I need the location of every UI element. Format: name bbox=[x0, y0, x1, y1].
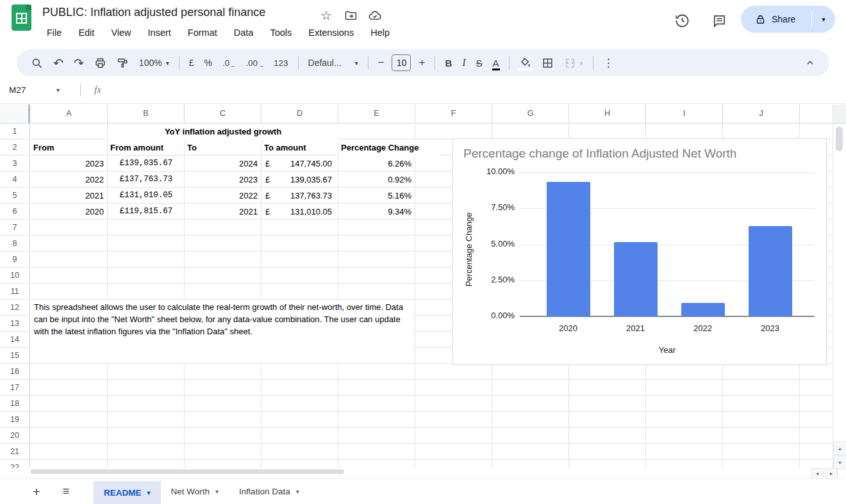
cell-C2[interactable]: To bbox=[185, 140, 261, 156]
column-header-F[interactable]: F bbox=[415, 104, 492, 124]
row-header-1[interactable]: 1 bbox=[0, 124, 29, 140]
more-formats-button[interactable]: 123 bbox=[269, 53, 294, 72]
cell-B4[interactable]: £137,763.73 bbox=[108, 172, 185, 188]
cell-A6[interactable]: 2020 bbox=[31, 204, 108, 220]
share-dropdown[interactable]: ▾ bbox=[812, 15, 835, 24]
cell-E3[interactable]: 6.26% bbox=[338, 156, 415, 172]
strikethrough-button[interactable]: S bbox=[471, 53, 488, 72]
move-folder-icon[interactable] bbox=[343, 8, 358, 23]
column-header-J[interactable]: J bbox=[723, 104, 800, 124]
name-box-dropdown[interactable]: ▾ bbox=[56, 86, 76, 93]
scroll-down-button[interactable]: ▾ bbox=[833, 455, 846, 469]
menu-tools[interactable]: Tools bbox=[261, 25, 300, 41]
menu-data[interactable]: Data bbox=[226, 25, 262, 41]
cell-D5[interactable]: £137,763.73 bbox=[261, 188, 338, 204]
star-icon[interactable]: ☆ bbox=[319, 8, 334, 23]
cell-E6[interactable]: 9.34% bbox=[338, 204, 415, 220]
search-button[interactable] bbox=[26, 53, 48, 72]
row-header-21[interactable]: 21 bbox=[0, 444, 29, 460]
column-header-A[interactable]: A bbox=[31, 104, 108, 124]
tab-inflation-data[interactable]: Inflation Data▾ bbox=[229, 479, 310, 504]
italic-button[interactable]: I bbox=[457, 53, 470, 72]
vertical-scrollbar-thumb[interactable] bbox=[836, 127, 843, 151]
row-header-4[interactable]: 4 bbox=[0, 172, 29, 188]
row-header-18[interactable]: 18 bbox=[0, 396, 29, 412]
cloud-status-icon[interactable] bbox=[367, 8, 383, 23]
version-history-icon[interactable] bbox=[673, 12, 691, 29]
select-all-corner[interactable] bbox=[0, 104, 30, 124]
column-header-G[interactable]: G bbox=[492, 104, 569, 124]
row-header-15[interactable]: 15 bbox=[0, 348, 29, 364]
column-header-E[interactable]: E bbox=[338, 104, 415, 124]
cell-B5[interactable]: £131,010.05 bbox=[108, 188, 185, 204]
row-header-13[interactable]: 13 bbox=[0, 316, 29, 332]
font-size-input[interactable]: 10 bbox=[392, 54, 411, 71]
row-header-12[interactable]: 12 bbox=[0, 300, 29, 316]
chevron-down-icon[interactable]: ▾ bbox=[147, 489, 151, 496]
share-button[interactable]: Share ▾ bbox=[741, 6, 835, 33]
menu-insert[interactable]: Insert bbox=[140, 25, 179, 41]
sheets-logo-icon[interactable] bbox=[12, 4, 31, 31]
row-header-2[interactable]: 2 bbox=[0, 140, 29, 156]
column-header-C[interactable]: C bbox=[185, 104, 261, 124]
row-header-22[interactable]: 22 bbox=[0, 460, 29, 468]
cell-C5[interactable]: 2022 bbox=[185, 188, 261, 204]
row-header-3[interactable]: 3 bbox=[0, 156, 29, 172]
row-header-19[interactable]: 19 bbox=[0, 412, 29, 428]
collapse-toolbar-button[interactable] bbox=[800, 53, 820, 72]
cell-A4[interactable]: 2022 bbox=[31, 172, 108, 188]
format-percent-button[interactable]: % bbox=[199, 53, 217, 72]
more-options-button[interactable]: ⋮ bbox=[598, 53, 619, 72]
row-header-11[interactable]: 11 bbox=[0, 284, 29, 300]
tab-readme[interactable]: README▾ bbox=[94, 481, 161, 504]
cell-E2[interactable]: Percentage Change bbox=[338, 140, 440, 156]
undo-button[interactable]: ↶ bbox=[48, 53, 69, 72]
cell-A5[interactable]: 2021 bbox=[31, 188, 108, 204]
row-header-5[interactable]: 5 bbox=[0, 188, 29, 204]
menu-file[interactable]: File bbox=[38, 25, 70, 41]
scroll-up-button[interactable]: ▴ bbox=[833, 441, 846, 455]
column-header-partial[interactable] bbox=[800, 104, 832, 124]
cell-C3[interactable]: 2024 bbox=[185, 156, 261, 172]
scroll-left-button[interactable]: ◂ bbox=[811, 468, 824, 479]
all-sheets-button[interactable]: ≡ bbox=[55, 479, 77, 504]
zoom-control[interactable]: 100% ▾ bbox=[134, 53, 174, 72]
menu-edit[interactable]: Edit bbox=[70, 25, 103, 41]
cell-merged-title[interactable]: YoY inflation adjusted growth bbox=[108, 124, 338, 140]
name-box[interactable]: M27 bbox=[0, 85, 56, 95]
format-currency-button[interactable]: £ bbox=[184, 53, 199, 72]
row-header-6[interactable]: 6 bbox=[0, 204, 29, 220]
cell-A2[interactable]: From bbox=[31, 140, 108, 156]
print-button[interactable] bbox=[89, 53, 112, 72]
paint-format-button[interactable] bbox=[112, 53, 134, 72]
borders-button[interactable] bbox=[536, 53, 559, 72]
bold-button[interactable]: B bbox=[440, 53, 457, 72]
increase-font-size-button[interactable]: + bbox=[413, 53, 430, 72]
cell-E4[interactable]: 0.92% bbox=[338, 172, 415, 188]
font-selector[interactable]: Defaul... ▾ bbox=[303, 53, 363, 72]
cell-D2[interactable]: To amount bbox=[261, 140, 338, 156]
redo-button[interactable]: ↷ bbox=[69, 53, 89, 72]
cell-B6[interactable]: £119,815.67 bbox=[108, 204, 185, 220]
add-sheet-button[interactable]: + bbox=[27, 479, 46, 504]
cell-C4[interactable]: 2023 bbox=[185, 172, 261, 188]
tab-net-worth[interactable]: Net Worth▾ bbox=[161, 479, 229, 504]
cell-C6[interactable]: 2021 bbox=[185, 204, 261, 220]
cell-D3[interactable]: £147,745.00 bbox=[261, 156, 338, 172]
horizontal-scrollbar-thumb[interactable] bbox=[31, 469, 344, 474]
menu-extensions[interactable]: Extensions bbox=[300, 25, 362, 41]
cell-A3[interactable]: 2023 bbox=[31, 156, 108, 172]
scroll-right-button[interactable]: ▸ bbox=[825, 468, 838, 479]
column-header-B[interactable]: B bbox=[108, 104, 185, 124]
row-header-10[interactable]: 10 bbox=[0, 268, 29, 284]
merge-cells-button[interactable]: ▾ bbox=[559, 53, 588, 72]
cell-note-merged[interactable]: This spreadsheet allows the user to calc… bbox=[31, 300, 415, 364]
menu-format[interactable]: Format bbox=[179, 25, 226, 41]
text-color-button[interactable]: A bbox=[488, 53, 504, 72]
column-header-D[interactable]: D bbox=[261, 104, 338, 124]
menu-view[interactable]: View bbox=[103, 25, 139, 41]
menu-help[interactable]: Help bbox=[362, 25, 398, 41]
increase-decimal-button[interactable]: .00→ bbox=[240, 53, 269, 72]
fill-color-button[interactable] bbox=[514, 53, 536, 72]
share-main[interactable]: Share bbox=[741, 14, 811, 25]
